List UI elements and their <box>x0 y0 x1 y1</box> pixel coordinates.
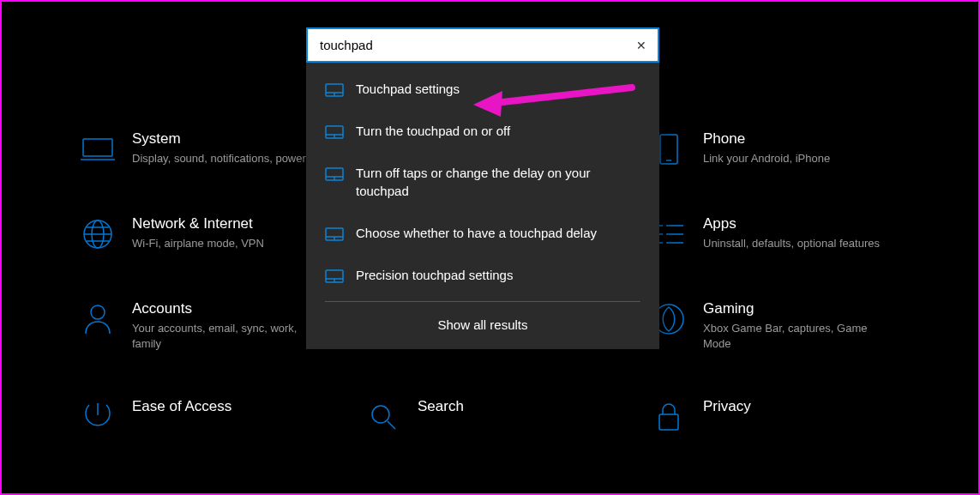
search-result-label: Turn the touchpad on or off <box>356 122 510 140</box>
tile-title: Apps <box>703 215 880 232</box>
search-result[interactable]: Touchpad settings <box>306 68 659 110</box>
svg-rect-2 <box>660 135 677 164</box>
tile-desc: Your accounts, email, sync, work, family <box>132 321 312 351</box>
tile-gaming[interactable]: Gaming Xbox Game Bar, captures, Game Mod… <box>650 300 901 351</box>
tile-desc: Xbox Game Bar, captures, Game Mode <box>703 321 883 351</box>
search-result-label: Precision touchpad settings <box>356 266 513 284</box>
tile-network[interactable]: Network & Internet Wi-Fi, airplane mode,… <box>79 215 330 253</box>
clear-search-button[interactable]: ✕ <box>632 36 651 55</box>
tile-title: Network & Internet <box>132 215 264 232</box>
tile-apps[interactable]: Apps Uninstall, defaults, optional featu… <box>650 215 901 253</box>
touchpad-icon <box>325 82 344 98</box>
touchpad-icon <box>325 226 344 242</box>
search-result[interactable]: Choose whether to have a touchpad delay <box>306 212 659 254</box>
system-icon <box>79 130 117 168</box>
search-result-label: Choose whether to have a touchpad delay <box>356 224 597 242</box>
svg-rect-20 <box>659 414 678 430</box>
tile-system[interactable]: System Display, sound, notifications, po… <box>79 130 330 168</box>
touchpad-icon <box>325 269 344 284</box>
globe-icon <box>79 215 117 253</box>
search-input[interactable] <box>308 29 658 61</box>
svg-line-19 <box>388 421 395 429</box>
show-all-label: Show all results <box>437 317 527 332</box>
tile-ease-of-access[interactable]: Ease of Access <box>79 398 330 436</box>
svg-rect-0 <box>83 139 112 156</box>
search-input-container: ✕ <box>306 27 659 63</box>
tile-desc: Uninstall, defaults, optional features <box>703 236 880 251</box>
search-result[interactable]: Turn the touchpad on or off <box>306 110 659 152</box>
search-category-icon <box>364 398 402 436</box>
tile-search[interactable]: Search <box>364 398 616 436</box>
search-result-label: Touchpad settings <box>356 80 460 98</box>
svg-point-15 <box>91 305 105 319</box>
show-all-results-button[interactable]: Show all results <box>306 302 659 349</box>
tile-desc: Link your Android, iPhone <box>703 151 830 166</box>
tile-desc: Wi-Fi, airplane mode, VPN <box>132 236 264 251</box>
tile-title: Accounts <box>132 300 312 317</box>
tile-accounts[interactable]: Accounts Your accounts, email, sync, wor… <box>79 300 330 351</box>
search-result-label: Turn off taps or change the delay on you… <box>356 164 640 200</box>
touchpad-icon <box>325 166 344 182</box>
lock-icon <box>650 398 688 436</box>
search-result[interactable]: Precision touchpad settings <box>306 254 659 296</box>
tile-title: Search <box>418 398 464 415</box>
ease-of-access-icon <box>79 398 117 436</box>
tile-privacy[interactable]: Privacy <box>650 398 901 436</box>
settings-search-dropdown: ✕ Touchpad settings Turn the touchpad on… <box>306 27 659 349</box>
tile-phone[interactable]: Phone Link your Android, iPhone <box>650 130 901 168</box>
close-icon: ✕ <box>636 39 646 52</box>
search-result[interactable]: Turn off taps or change the delay on you… <box>306 152 659 212</box>
touchpad-icon <box>325 124 344 140</box>
person-icon <box>79 300 117 338</box>
tile-title: System <box>132 130 306 148</box>
tile-title: Phone <box>703 130 830 148</box>
tile-title: Privacy <box>703 398 751 415</box>
search-results-list: Touchpad settings Turn the touchpad on o… <box>306 63 659 349</box>
svg-point-18 <box>372 406 389 423</box>
tile-title: Gaming <box>703 300 883 317</box>
tile-title: Ease of Access <box>132 398 231 415</box>
tile-desc: Display, sound, notifications, power <box>132 151 306 166</box>
